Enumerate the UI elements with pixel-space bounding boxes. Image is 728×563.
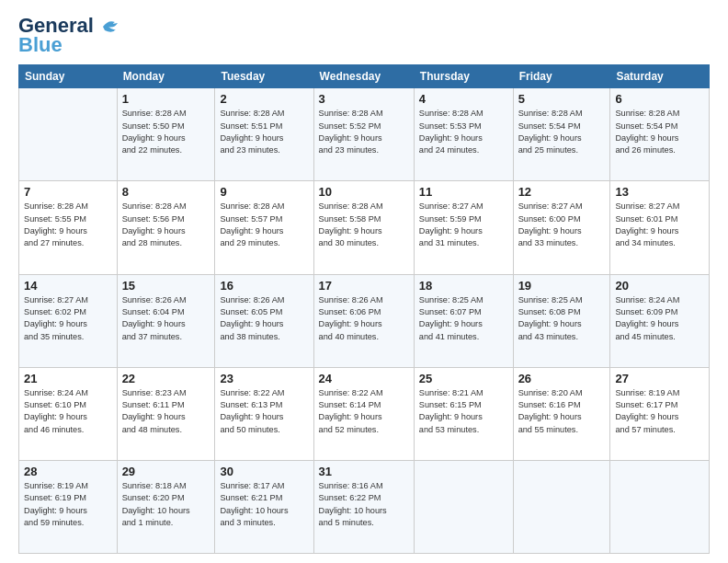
day-info: Sunrise: 8:16 AM Sunset: 6:22 PM Dayligh… bbox=[319, 480, 409, 529]
day-info: Sunrise: 8:26 AM Sunset: 6:06 PM Dayligh… bbox=[319, 294, 409, 343]
day-info: Sunrise: 8:28 AM Sunset: 5:53 PM Dayligh… bbox=[419, 108, 508, 156]
day-number: 24 bbox=[319, 372, 409, 385]
calendar-week-row: 14Sunrise: 8:27 AM Sunset: 6:02 PM Dayli… bbox=[19, 274, 710, 367]
calendar-page: General Blue SundayMondayTuesdayWednesda… bbox=[0, 0, 728, 563]
day-info: Sunrise: 8:20 AM Sunset: 6:16 PM Dayligh… bbox=[518, 387, 606, 436]
day-info: Sunrise: 8:25 AM Sunset: 6:07 PM Dayligh… bbox=[419, 294, 508, 343]
calendar-week-row: 1Sunrise: 8:28 AM Sunset: 5:50 PM Daylig… bbox=[19, 88, 710, 181]
calendar-cell: 30Sunrise: 8:17 AM Sunset: 6:21 PM Dayli… bbox=[215, 460, 313, 553]
day-number: 1 bbox=[122, 92, 210, 106]
day-info: Sunrise: 8:24 AM Sunset: 6:10 PM Dayligh… bbox=[24, 387, 112, 436]
day-number: 14 bbox=[24, 279, 112, 293]
day-number: 13 bbox=[615, 185, 704, 199]
day-number: 30 bbox=[220, 465, 308, 478]
logo: General Blue bbox=[18, 15, 121, 57]
day-number: 25 bbox=[419, 372, 508, 385]
calendar-cell: 15Sunrise: 8:26 AM Sunset: 6:04 PM Dayli… bbox=[117, 274, 215, 367]
calendar-cell: 22Sunrise: 8:23 AM Sunset: 6:11 PM Dayli… bbox=[117, 367, 215, 460]
day-info: Sunrise: 8:28 AM Sunset: 5:58 PM Dayligh… bbox=[319, 201, 409, 249]
calendar-cell bbox=[513, 460, 610, 553]
calendar-cell: 7Sunrise: 8:28 AM Sunset: 5:55 PM Daylig… bbox=[19, 181, 118, 274]
day-info: Sunrise: 8:24 AM Sunset: 6:09 PM Dayligh… bbox=[615, 294, 704, 343]
calendar-cell: 12Sunrise: 8:27 AM Sunset: 6:00 PM Dayli… bbox=[513, 181, 610, 274]
calendar-cell: 23Sunrise: 8:22 AM Sunset: 6:13 PM Dayli… bbox=[215, 367, 313, 460]
day-number: 17 bbox=[319, 279, 409, 293]
header: General Blue bbox=[18, 15, 710, 57]
day-number: 19 bbox=[518, 279, 606, 293]
weekday-header-tuesday: Tuesday bbox=[215, 65, 313, 88]
day-info: Sunrise: 8:27 AM Sunset: 6:00 PM Dayligh… bbox=[518, 201, 606, 249]
calendar-cell bbox=[610, 460, 710, 553]
calendar-cell: 24Sunrise: 8:22 AM Sunset: 6:14 PM Dayli… bbox=[313, 367, 414, 460]
calendar-cell: 10Sunrise: 8:28 AM Sunset: 5:58 PM Dayli… bbox=[313, 181, 414, 274]
day-info: Sunrise: 8:26 AM Sunset: 6:04 PM Dayligh… bbox=[122, 294, 210, 343]
day-info: Sunrise: 8:18 AM Sunset: 6:20 PM Dayligh… bbox=[122, 480, 210, 529]
day-info: Sunrise: 8:19 AM Sunset: 6:17 PM Dayligh… bbox=[615, 387, 704, 436]
weekday-header-saturday: Saturday bbox=[610, 65, 710, 88]
calendar-cell: 19Sunrise: 8:25 AM Sunset: 6:08 PM Dayli… bbox=[513, 274, 610, 367]
day-number: 28 bbox=[24, 465, 112, 478]
calendar-cell: 28Sunrise: 8:19 AM Sunset: 6:19 PM Dayli… bbox=[19, 460, 118, 553]
weekday-header-friday: Friday bbox=[513, 65, 610, 88]
calendar-cell: 1Sunrise: 8:28 AM Sunset: 5:50 PM Daylig… bbox=[117, 88, 215, 181]
calendar-cell: 18Sunrise: 8:25 AM Sunset: 6:07 PM Dayli… bbox=[414, 274, 513, 367]
weekday-header-sunday: Sunday bbox=[19, 65, 118, 88]
day-info: Sunrise: 8:27 AM Sunset: 5:59 PM Dayligh… bbox=[419, 201, 508, 249]
day-info: Sunrise: 8:19 AM Sunset: 6:19 PM Dayligh… bbox=[24, 480, 112, 529]
day-info: Sunrise: 8:21 AM Sunset: 6:15 PM Dayligh… bbox=[419, 387, 508, 436]
calendar-cell: 5Sunrise: 8:28 AM Sunset: 5:54 PM Daylig… bbox=[513, 88, 610, 181]
day-number: 10 bbox=[319, 185, 409, 199]
calendar-cell: 11Sunrise: 8:27 AM Sunset: 5:59 PM Dayli… bbox=[414, 181, 513, 274]
day-number: 15 bbox=[122, 279, 210, 293]
weekday-header-thursday: Thursday bbox=[414, 65, 513, 88]
day-number: 27 bbox=[615, 372, 704, 385]
day-number: 9 bbox=[220, 185, 308, 199]
day-number: 16 bbox=[220, 279, 308, 293]
calendar-cell: 16Sunrise: 8:26 AM Sunset: 6:05 PM Dayli… bbox=[215, 274, 313, 367]
day-number: 2 bbox=[220, 92, 308, 106]
day-info: Sunrise: 8:22 AM Sunset: 6:13 PM Dayligh… bbox=[220, 387, 308, 436]
day-number: 12 bbox=[518, 185, 606, 199]
calendar-cell: 2Sunrise: 8:28 AM Sunset: 5:51 PM Daylig… bbox=[215, 88, 313, 181]
day-number: 6 bbox=[615, 92, 704, 106]
calendar-cell bbox=[414, 460, 513, 553]
day-number: 11 bbox=[419, 185, 508, 199]
day-number: 26 bbox=[518, 372, 606, 385]
day-number: 18 bbox=[419, 279, 508, 293]
day-number: 7 bbox=[24, 185, 112, 199]
calendar-cell: 25Sunrise: 8:21 AM Sunset: 6:15 PM Dayli… bbox=[414, 367, 513, 460]
day-number: 3 bbox=[319, 92, 409, 106]
calendar-week-row: 7Sunrise: 8:28 AM Sunset: 5:55 PM Daylig… bbox=[19, 181, 710, 274]
day-info: Sunrise: 8:17 AM Sunset: 6:21 PM Dayligh… bbox=[220, 480, 308, 529]
day-number: 23 bbox=[220, 372, 308, 385]
day-info: Sunrise: 8:28 AM Sunset: 5:56 PM Dayligh… bbox=[122, 201, 210, 249]
calendar-cell: 17Sunrise: 8:26 AM Sunset: 6:06 PM Dayli… bbox=[313, 274, 414, 367]
day-info: Sunrise: 8:28 AM Sunset: 5:55 PM Dayligh… bbox=[24, 201, 112, 249]
calendar-cell: 27Sunrise: 8:19 AM Sunset: 6:17 PM Dayli… bbox=[610, 367, 710, 460]
day-number: 20 bbox=[615, 279, 704, 293]
calendar-cell: 20Sunrise: 8:24 AM Sunset: 6:09 PM Dayli… bbox=[610, 274, 710, 367]
calendar-cell: 21Sunrise: 8:24 AM Sunset: 6:10 PM Dayli… bbox=[19, 367, 118, 460]
day-info: Sunrise: 8:27 AM Sunset: 6:01 PM Dayligh… bbox=[615, 201, 704, 249]
day-info: Sunrise: 8:28 AM Sunset: 5:50 PM Dayligh… bbox=[122, 108, 210, 156]
day-info: Sunrise: 8:23 AM Sunset: 6:11 PM Dayligh… bbox=[122, 387, 210, 436]
calendar-table: SundayMondayTuesdayWednesdayThursdayFrid… bbox=[18, 64, 710, 554]
calendar-cell: 4Sunrise: 8:28 AM Sunset: 5:53 PM Daylig… bbox=[414, 88, 513, 181]
day-info: Sunrise: 8:25 AM Sunset: 6:08 PM Dayligh… bbox=[518, 294, 606, 343]
calendar-cell: 8Sunrise: 8:28 AM Sunset: 5:56 PM Daylig… bbox=[117, 181, 215, 274]
calendar-cell: 6Sunrise: 8:28 AM Sunset: 5:54 PM Daylig… bbox=[610, 88, 710, 181]
calendar-cell: 26Sunrise: 8:20 AM Sunset: 6:16 PM Dayli… bbox=[513, 367, 610, 460]
day-number: 5 bbox=[518, 92, 606, 106]
calendar-cell: 14Sunrise: 8:27 AM Sunset: 6:02 PM Dayli… bbox=[19, 274, 118, 367]
calendar-cell: 9Sunrise: 8:28 AM Sunset: 5:57 PM Daylig… bbox=[215, 181, 313, 274]
day-number: 8 bbox=[122, 185, 210, 199]
calendar-cell: 13Sunrise: 8:27 AM Sunset: 6:01 PM Dayli… bbox=[610, 181, 710, 274]
day-info: Sunrise: 8:28 AM Sunset: 5:57 PM Dayligh… bbox=[220, 201, 308, 249]
calendar-cell: 3Sunrise: 8:28 AM Sunset: 5:52 PM Daylig… bbox=[313, 88, 414, 181]
calendar-week-row: 21Sunrise: 8:24 AM Sunset: 6:10 PM Dayli… bbox=[19, 367, 710, 460]
day-info: Sunrise: 8:22 AM Sunset: 6:14 PM Dayligh… bbox=[319, 387, 409, 436]
day-number: 29 bbox=[122, 465, 210, 478]
day-info: Sunrise: 8:28 AM Sunset: 5:54 PM Dayligh… bbox=[518, 108, 606, 156]
day-info: Sunrise: 8:26 AM Sunset: 6:05 PM Dayligh… bbox=[220, 294, 308, 343]
day-info: Sunrise: 8:27 AM Sunset: 6:02 PM Dayligh… bbox=[24, 294, 112, 343]
